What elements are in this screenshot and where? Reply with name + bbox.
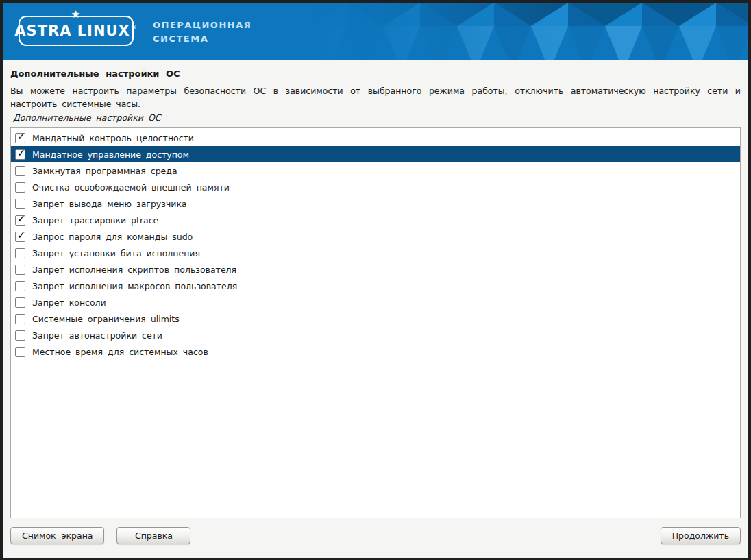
installer-window: ★ ASTRA LINUX ® ОПЕРАЦИОННАЯ СИСТЕМА Доп… (0, 0, 751, 560)
checkbox-checked-icon[interactable] (15, 215, 25, 226)
option-label: Системные ограничения ulimits (32, 314, 180, 324)
option-label: Запрет исполнения макросов пользователя (32, 281, 237, 291)
option-row-3[interactable]: Очистка освобождаемой внешней памяти (11, 179, 740, 195)
option-label: Замкнутая программная среда (32, 166, 177, 176)
checkbox-unchecked-icon[interactable] (15, 297, 25, 308)
option-label: Запрет вывода меню загрузчика (32, 199, 187, 209)
checkbox-unchecked-icon[interactable] (15, 314, 25, 324)
section-label: Дополнительные настройки ОС (13, 112, 741, 123)
checkbox-unchecked-icon[interactable] (15, 166, 25, 176)
option-label: Запрет трассировки ptrace (32, 215, 158, 226)
help-button[interactable]: Справка (116, 527, 190, 544)
checkbox-unchecked-icon[interactable] (15, 281, 25, 291)
checkbox-unchecked-icon[interactable] (15, 182, 25, 193)
checkbox-unchecked-icon[interactable] (15, 330, 25, 341)
checkbox-unchecked-icon[interactable] (15, 248, 25, 258)
option-row-12[interactable]: Запрет автонастройки сети (11, 327, 740, 343)
option-row-11[interactable]: Системные ограничения ulimits (11, 311, 740, 327)
option-row-0[interactable]: Мандатный контроль целостности (11, 130, 740, 146)
header: ★ ASTRA LINUX ® ОПЕРАЦИОННАЯ СИСТЕМА (3, 3, 748, 60)
content-area: Дополнительные настройки ОС Вы можете на… (3, 60, 748, 558)
checkbox-checked-icon[interactable] (15, 133, 25, 143)
option-row-7[interactable]: Запрет установки бита исполнения (11, 245, 740, 261)
checkbox-checked-icon[interactable] (15, 149, 25, 160)
option-label: Запрет автонастройки сети (32, 330, 162, 341)
option-label: Очистка освобождаемой внешней памяти (32, 182, 230, 193)
star-icon: ★ (71, 10, 81, 20)
option-row-2[interactable]: Замкнутая программная среда (11, 162, 740, 179)
logo-text: ASTRA LINUX (14, 23, 130, 39)
option-label: Запрет установки бита исполнения (32, 248, 200, 258)
checkbox-unchecked-icon[interactable] (15, 265, 25, 275)
options-listbox[interactable]: Мандатный контроль целостностиМандатное … (10, 127, 741, 518)
astra-linux-logo: ★ ASTRA LINUX ® (19, 16, 134, 46)
option-row-4[interactable]: Запрет вывода меню загрузчика (11, 195, 740, 212)
option-label: Запрос пароля для команды sudo (32, 232, 193, 242)
option-row-6[interactable]: Запрос пароля для команды sudo (11, 228, 740, 245)
screenshot-button[interactable]: Снимок экрана (10, 527, 104, 544)
footer-bar: Снимок экрана Справка Продолжить (10, 527, 741, 544)
option-row-5[interactable]: Запрет трассировки ptrace (11, 212, 740, 228)
option-label: Запрет консоли (32, 297, 106, 308)
option-row-13[interactable]: Местное время для системных часов (11, 343, 740, 360)
option-label: Мандатное управление доступом (32, 149, 189, 160)
checkbox-checked-icon[interactable] (15, 232, 25, 242)
checkbox-unchecked-icon[interactable] (15, 347, 25, 357)
page-description: Вы можете настроить параметры безопаснос… (10, 84, 741, 110)
continue-button[interactable]: Продолжить (661, 527, 741, 544)
option-label: Запрет исполнения скриптов пользователя (32, 265, 236, 275)
option-row-9[interactable]: Запрет исполнения макросов пользователя (11, 278, 740, 294)
option-label: Местное время для системных часов (32, 347, 208, 357)
registered-trademark: ® (132, 25, 138, 31)
option-label: Мандатный контроль целостности (32, 133, 194, 143)
brand-line-1: ОПЕРАЦИОННАЯ (153, 19, 251, 32)
checkbox-unchecked-icon[interactable] (15, 199, 25, 209)
page-title: Дополнительные настройки ОС (10, 69, 741, 79)
brand-text: ОПЕРАЦИОННАЯ СИСТЕМА (153, 19, 251, 46)
option-row-10[interactable]: Запрет консоли (11, 294, 740, 311)
option-row-8[interactable]: Запрет исполнения скриптов пользователя (11, 261, 740, 278)
brand-line-2: СИСТЕМА (153, 32, 251, 46)
header-fade-overlay (309, 3, 748, 60)
option-row-1[interactable]: Мандатное управление доступом (11, 146, 740, 162)
